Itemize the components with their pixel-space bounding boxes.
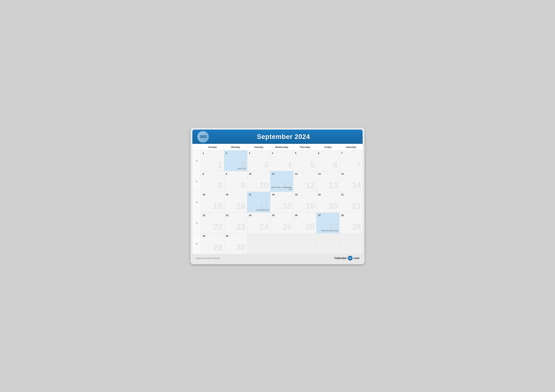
watermark-6: 6: [333, 160, 338, 169]
calendar-wrapper: 365 September 2024 Sunday Monday Tuesday…: [190, 128, 365, 264]
cal-cell-6: 66: [316, 150, 340, 171]
cal-cell-14: 1414: [340, 171, 363, 192]
cal-cell-27: 2727Native American Day: [316, 213, 340, 233]
date-num-29: 29: [203, 235, 222, 237]
week-num-39: 39: [192, 213, 201, 233]
cal-cell-22: 2222: [201, 213, 224, 233]
week-num-38: 38: [192, 192, 201, 213]
date-num-11: 11: [272, 172, 292, 175]
calendar-row-week-37: 37889910101111Patriot Day or September 1…: [192, 171, 363, 192]
watermark-23: 23: [236, 222, 246, 231]
date-num-26: 26: [295, 214, 315, 217]
watermark-5: 5: [310, 160, 315, 169]
date-num-4: 4: [272, 152, 292, 154]
cal-cell-empty-4-6: [340, 233, 363, 254]
day-header-thursday: Thursday: [293, 144, 316, 150]
cal-cell-2: 22Labor Day: [224, 150, 247, 171]
logo-circle: 365: [197, 131, 209, 143]
day-header-tuesday: Tuesday: [247, 144, 270, 150]
watermark-15: 15: [213, 202, 222, 210]
calendar-row-week-38: 38151516161717Citizenship Day18181919202…: [192, 192, 363, 213]
watermark-4: 4: [287, 160, 292, 169]
date-num-15: 15: [203, 193, 222, 196]
cal-cell-empty-4-2: [247, 233, 270, 254]
days-header: Sunday Monday Tuesday Wednesday Thursday…: [192, 144, 363, 150]
date-num-14: 14: [341, 172, 361, 175]
cal-cell-10: 1010: [247, 171, 270, 192]
cal-cell-26: 2626: [293, 213, 316, 233]
cal-cell-empty-4-4: [293, 233, 316, 254]
watermark-28: 28: [352, 222, 361, 231]
date-num-28: 28: [341, 214, 361, 217]
date-num-30: 30: [226, 235, 246, 237]
date-num-7: 7: [341, 152, 361, 154]
footer-caption: September 2024 Calendar: [196, 257, 220, 259]
cal-cell-29: 2929: [201, 233, 224, 254]
watermark-3: 3: [264, 160, 269, 169]
cal-cell-9: 99: [224, 171, 247, 192]
cal-cell-empty-4-3: [270, 233, 293, 254]
watermark-20: 20: [329, 202, 338, 210]
calendar-title: September 2024: [209, 133, 358, 141]
cal-cell-empty-4-5: [316, 233, 340, 254]
footer-brand-suffix: .com: [353, 257, 359, 260]
watermark-26: 26: [306, 222, 315, 231]
watermark-1: 1: [218, 160, 222, 169]
day-header-sunday: Sunday: [201, 144, 224, 150]
date-num-6: 6: [318, 152, 338, 154]
date-num-21: 21: [341, 193, 361, 196]
date-num-18: 18: [272, 193, 292, 196]
event-label-17: Citizenship Day: [256, 209, 269, 211]
watermark-21: 21: [352, 202, 361, 210]
logo-text: 365: [199, 134, 207, 139]
day-header-wednesday: Wednesday: [270, 144, 293, 150]
watermark-22: 22: [213, 222, 222, 231]
footer: September 2024 Calendar Calendar- 365 .c…: [192, 254, 363, 262]
cal-cell-21: 2121: [340, 192, 363, 213]
date-num-13: 13: [318, 172, 338, 175]
cal-cell-23: 2323: [224, 213, 247, 233]
cal-cell-5: 55: [293, 150, 316, 171]
day-header-saturday: Saturday: [340, 144, 363, 150]
date-num-17: 17: [249, 193, 269, 196]
watermark-16: 16: [236, 202, 246, 210]
cal-cell-11: 1111Patriot Day or September 11th: [270, 171, 293, 192]
cal-cell-4: 44: [270, 150, 293, 171]
date-num-20: 20: [318, 193, 338, 196]
week-num-36: 36: [192, 150, 201, 171]
date-num-12: 12: [295, 172, 315, 175]
watermark-25: 25: [283, 222, 292, 231]
cal-cell-17: 1717Citizenship Day: [247, 192, 270, 213]
date-num-19: 19: [295, 193, 315, 196]
date-num-24: 24: [249, 214, 269, 217]
footer-logo-circle: 365: [348, 256, 352, 261]
watermark-14: 14: [352, 181, 361, 189]
watermark-10: 10: [259, 181, 269, 189]
calendar-row-week-36: 361122Labor Day3344556677: [192, 150, 363, 171]
date-num-2: 2: [226, 152, 246, 154]
date-num-3: 3: [249, 152, 269, 154]
date-num-5: 5: [295, 152, 315, 154]
date-num-9: 9: [226, 172, 246, 175]
day-header-monday: Monday: [224, 144, 247, 150]
day-header-friday: Friday: [316, 144, 340, 150]
date-num-10: 10: [249, 172, 269, 175]
event-label-11: Patriot Day or September 11th: [270, 186, 292, 190]
cal-cell-25: 2525: [270, 213, 293, 233]
date-num-27: 27: [318, 214, 338, 217]
watermark-13: 13: [329, 181, 338, 189]
date-num-1: 1: [203, 152, 222, 154]
calendar-header: 365 September 2024: [192, 130, 363, 144]
cal-cell-19: 1919: [293, 192, 316, 213]
watermark-29: 29: [213, 243, 222, 251]
cal-cell-12: 1212: [293, 171, 316, 192]
watermark-9: 9: [241, 181, 246, 189]
date-num-22: 22: [203, 214, 222, 217]
cal-cell-7: 77: [340, 150, 363, 171]
date-num-8: 8: [203, 172, 222, 175]
watermark-19: 19: [306, 202, 315, 210]
watermark-7: 7: [357, 160, 361, 169]
cal-cell-13: 1313: [316, 171, 340, 192]
cal-cell-24: 2424: [247, 213, 270, 233]
watermark-18: 18: [283, 202, 292, 210]
